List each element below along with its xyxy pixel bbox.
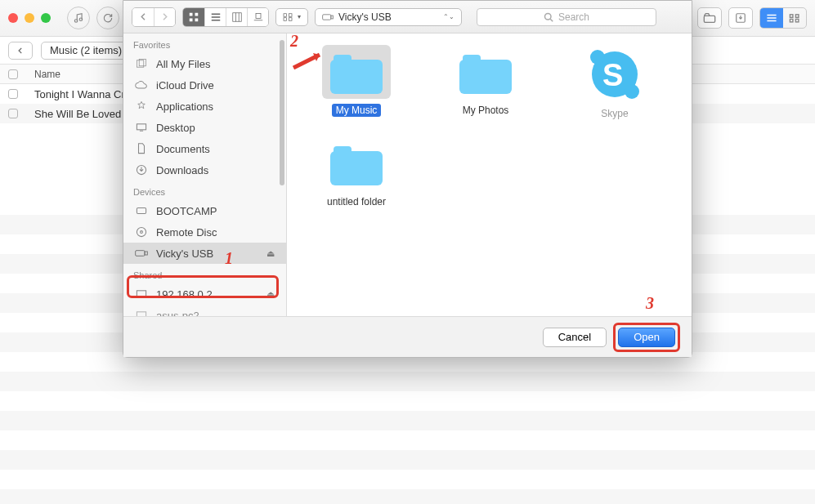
svg-rect-19	[331, 16, 334, 19]
icons-view-button[interactable]	[183, 8, 204, 26]
svg-point-26	[137, 227, 146, 236]
sidebar-item-desktop[interactable]: Desktop	[123, 117, 286, 138]
monitor-icon	[135, 289, 148, 299]
svg-rect-11	[195, 18, 199, 21]
svg-rect-16	[284, 17, 287, 20]
desktop-icon	[135, 123, 148, 132]
svg-rect-6	[790, 19, 793, 22]
svg-rect-12	[232, 12, 241, 21]
svg-rect-18	[323, 14, 331, 19]
sidebar-item-label: Documents	[156, 143, 210, 155]
location-popup[interactable]: Vicky's USB ⌃⌄	[315, 8, 462, 26]
grid-item-skype[interactable]: S Skype	[550, 45, 679, 120]
svg-rect-23	[137, 124, 146, 130]
svg-rect-28	[136, 251, 145, 256]
view-segmented	[182, 7, 269, 27]
svg-rect-9	[195, 12, 199, 16]
breadcrumb[interactable]: Music (2 items)	[41, 42, 131, 60]
svg-rect-13	[256, 13, 261, 18]
view-mode-segmented	[759, 7, 807, 29]
sidebar-item-downloads[interactable]: Downloads	[123, 159, 286, 181]
file-grid[interactable]: My Music My Photos S Skype untitled fold…	[287, 33, 692, 316]
sidebar-group-shared: Shared	[123, 264, 286, 283]
svg-rect-25	[137, 208, 146, 214]
svg-rect-29	[145, 252, 147, 255]
nav-back-button[interactable]	[132, 8, 154, 26]
close-window-button[interactable]	[8, 13, 18, 23]
disc-icon	[135, 226, 148, 238]
group-icon	[283, 13, 293, 21]
add-folder-button[interactable]	[697, 7, 722, 29]
harddisk-icon	[135, 206, 148, 216]
svg-rect-15	[289, 13, 292, 16]
sidebar-item-label: BOOTCAMP	[156, 205, 217, 217]
svg-rect-7	[795, 19, 799, 22]
import-button[interactable]	[728, 7, 753, 29]
applications-icon	[135, 100, 148, 112]
scrollbar-thumb[interactable]	[280, 40, 284, 185]
open-button[interactable]: Open	[618, 328, 675, 347]
annotation-number-3: 3	[646, 294, 654, 313]
svg-rect-10	[190, 18, 193, 21]
sidebar-item-bootcamp[interactable]: BOOTCAMP	[123, 200, 286, 221]
folder-icon	[459, 55, 512, 94]
grid-item-label: My Photos	[459, 104, 513, 117]
list-view-button[interactable]	[204, 8, 226, 26]
folder-icon	[330, 146, 383, 185]
cancel-button[interactable]: Cancel	[543, 328, 607, 347]
sidebar-item-label: 192.168.0.2	[156, 288, 213, 301]
documents-icon	[135, 143, 148, 154]
sidebar-item-shared-host[interactable]: 192.168.0.2⏏	[123, 283, 286, 305]
eject-icon[interactable]: ⏏	[266, 289, 275, 300]
svg-rect-17	[289, 17, 292, 20]
sidebar-item-applications[interactable]: Applications	[123, 96, 286, 117]
music-note-icon[interactable]	[67, 7, 90, 29]
sidebar-item-icloud[interactable]: iCloud Drive	[123, 74, 286, 96]
sidebar-item-label: Desktop	[156, 122, 195, 134]
usb-drive-icon	[135, 249, 148, 257]
columns-view-button[interactable]	[226, 8, 247, 26]
name-column-header[interactable]: Name	[34, 69, 60, 80]
sidebar-item-vickys-usb[interactable]: Vicky's USB⏏	[123, 243, 286, 264]
row-checkbox[interactable]	[8, 89, 18, 99]
sidebar-item-label: Downloads	[156, 164, 208, 176]
select-all-checkbox[interactable]	[8, 69, 18, 79]
svg-point-20	[544, 13, 551, 20]
row-label: She Will Be Loved	[34, 108, 121, 120]
list-view-button[interactable]	[760, 8, 783, 28]
coverflow-view-button[interactable]	[247, 8, 268, 26]
svg-point-27	[141, 231, 143, 234]
search-input[interactable]: Search	[477, 8, 656, 26]
grid-item-label: Skype	[597, 107, 632, 120]
zoom-window-button[interactable]	[41, 13, 51, 23]
sidebar: Favorites All My Files iCloud Drive Appl…	[123, 33, 287, 316]
grid-item-untitled-folder[interactable]: untitled folder	[292, 136, 421, 208]
sidebar-item-shared-host[interactable]: asus-pc2	[123, 305, 286, 316]
grid-item-my-photos[interactable]: My Photos	[421, 45, 550, 117]
svg-point-1	[79, 18, 83, 21]
back-button[interactable]	[8, 42, 33, 60]
refresh-icon[interactable]	[96, 7, 119, 29]
sidebar-group-devices: Devices	[123, 181, 286, 200]
grid-view-button[interactable]	[783, 8, 806, 28]
sidebar-item-all-my-files[interactable]: All My Files	[123, 53, 286, 74]
svg-rect-31	[137, 312, 146, 316]
search-placeholder: Search	[558, 11, 589, 23]
sidebar-item-documents[interactable]: Documents	[123, 138, 286, 159]
nav-forward-button[interactable]	[154, 8, 175, 26]
sidebar-group-favorites: Favorites	[123, 33, 286, 53]
grid-item-label: My Music	[332, 104, 382, 117]
row-label: Tonight I Wanna Cry	[34, 88, 130, 100]
eject-icon[interactable]: ⏏	[266, 248, 275, 259]
monitor-icon	[135, 310, 148, 316]
chevron-down-icon: ▾	[298, 13, 301, 20]
sidebar-item-remote-disc[interactable]: Remote Disc	[123, 221, 286, 243]
sheet-footer: Cancel Open	[123, 316, 692, 357]
minimize-window-button[interactable]	[25, 13, 34, 23]
group-by-popup[interactable]: ▾	[275, 8, 308, 26]
svg-rect-2	[704, 16, 714, 22]
row-checkbox[interactable]	[8, 109, 18, 118]
sidebar-item-label: asus-pc2	[156, 310, 199, 317]
updown-icon: ⌃⌄	[443, 13, 455, 20]
sheet-toolbar: ▾ Vicky's USB ⌃⌄ Search	[123, 1, 692, 33]
